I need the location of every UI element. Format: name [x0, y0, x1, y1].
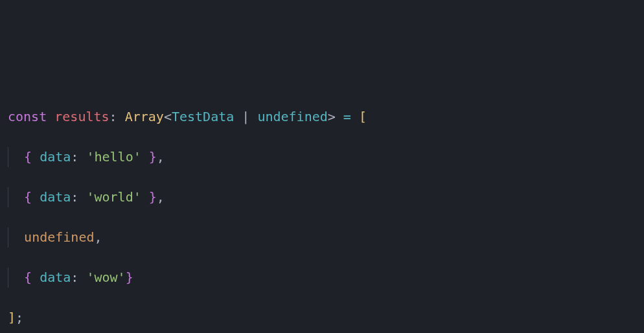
- code-line: ];: [8, 308, 636, 328]
- code-line: { data: 'wow'}: [8, 268, 636, 288]
- code-line: const results: Array<TestData | undefine…: [8, 107, 636, 127]
- code-line: { data: 'hello' },: [8, 147, 636, 167]
- type-array: Array: [125, 109, 164, 124]
- bracket-close: ]: [8, 310, 16, 325]
- string-literal: 'world': [86, 189, 141, 205]
- identifier-results: results: [54, 109, 109, 124]
- code-line: { data: 'world' },: [8, 187, 636, 207]
- undefined-value: undefined: [24, 229, 94, 245]
- prop-data: data: [40, 149, 71, 165]
- bracket-open: [: [359, 109, 367, 124]
- keyword-const: const: [8, 109, 47, 124]
- code-line: undefined,: [8, 227, 636, 247]
- string-literal: 'wow': [86, 270, 125, 285]
- code-editor[interactable]: const results: Array<TestData | undefine…: [8, 87, 636, 333]
- type-undefined: undefined: [257, 109, 327, 124]
- string-literal: 'hello': [86, 149, 141, 165]
- type-testdata: TestData: [172, 109, 234, 124]
